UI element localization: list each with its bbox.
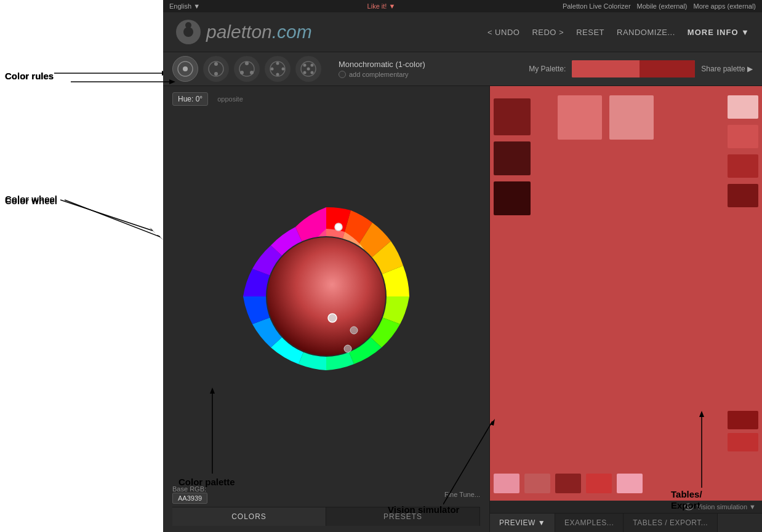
palette-segment-1 xyxy=(572,60,640,77)
toolbar: Monochromatic (1-color) add complementar… xyxy=(163,52,762,86)
header-nav: < UNDO REDO > RESET RANDOMIZE... MORE IN… xyxy=(487,28,750,37)
vision-sim-bar: Vision simulation ▼ xyxy=(490,501,762,513)
swatch-right-4[interactable] xyxy=(728,184,758,207)
language-selector[interactable]: English ▼ xyxy=(169,2,200,10)
top-bar-left: English ▼ xyxy=(169,2,200,10)
svg-point-27 xyxy=(311,71,314,74)
reset-button[interactable]: RESET xyxy=(576,28,604,37)
more-apps-link[interactable]: More apps (external) xyxy=(694,2,756,10)
color-wheel-svg[interactable] xyxy=(225,195,428,398)
color-mode-sub: add complementary xyxy=(339,71,524,78)
color-mode-info: Monochromatic (1-color) add complementar… xyxy=(339,60,524,78)
wheel-dot-main[interactable] xyxy=(328,314,337,322)
svg-point-25 xyxy=(311,64,314,67)
color-palette-text: Color palette xyxy=(178,477,235,487)
wheel-dot-2[interactable] xyxy=(350,327,358,334)
wheel-center[interactable] xyxy=(267,237,385,355)
hue-box[interactable]: Hue: 0° xyxy=(172,92,208,106)
color-rules-arrow-line xyxy=(71,77,178,89)
svg-point-15 xyxy=(245,62,249,65)
swatch-right-3[interactable] xyxy=(728,154,758,178)
color-rule-triad[interactable] xyxy=(234,56,260,82)
add-complementary-label: add complementary xyxy=(349,71,409,78)
randomize-button[interactable]: RANDOMIZE... xyxy=(617,28,675,37)
svg-point-24 xyxy=(303,64,307,67)
svg-point-16 xyxy=(250,71,254,74)
wheel-hue-dot[interactable] xyxy=(335,223,342,231)
more-info-button[interactable]: MORE INFO ▼ xyxy=(688,28,750,37)
svg-marker-41 xyxy=(699,411,704,417)
wheel-dot-1[interactable] xyxy=(344,345,351,352)
swatch-bot-5[interactable] xyxy=(617,474,643,493)
swatch-left-1[interactable] xyxy=(494,98,531,135)
top-bar: English ▼ Like it! ▼ Paletton Live Color… xyxy=(163,0,762,12)
swatch-bot-4[interactable] xyxy=(586,474,612,493)
swatch-bot-3[interactable] xyxy=(555,474,581,493)
preview-area xyxy=(490,86,762,501)
swatch-right-2[interactable] xyxy=(728,125,758,148)
svg-point-21 xyxy=(276,73,279,76)
redo-button[interactable]: REDO > xyxy=(532,28,564,37)
svg-point-13 xyxy=(214,72,218,76)
free-icon xyxy=(300,60,317,77)
tab-tables-export[interactable]: TABLES / EXPORT... xyxy=(624,514,718,532)
logo-text: paletton.com xyxy=(206,22,312,42)
vision-sim-arrow-line xyxy=(443,418,505,507)
color-rule-free[interactable] xyxy=(295,56,321,82)
svg-point-20 xyxy=(282,68,285,71)
tab-examples[interactable]: EXAMPLES... xyxy=(555,514,624,532)
top-bar-center: Like it! ▼ xyxy=(367,2,396,10)
swatch-br-2[interactable] xyxy=(728,433,758,451)
tab-colors[interactable]: COLORS xyxy=(172,507,326,526)
svg-marker-39 xyxy=(490,419,495,426)
hue-control: Hue: 0° opposite xyxy=(172,92,480,106)
color-wheel-container xyxy=(172,111,480,482)
add-complementary-radio[interactable] xyxy=(339,71,346,78)
svg-marker-37 xyxy=(210,387,215,394)
my-palette-label: My Palette: xyxy=(529,65,566,73)
svg-point-7 xyxy=(183,27,193,37)
palette-segment-2 xyxy=(640,60,695,77)
swatch-br-1[interactable] xyxy=(728,411,758,429)
swatch-col-left xyxy=(494,98,531,215)
swatch-top-2[interactable] xyxy=(609,95,654,140)
swatch-left-2[interactable] xyxy=(494,141,531,175)
live-colorizer-link[interactable]: Paletton Live Colorizer xyxy=(563,2,631,10)
opposite-label: opposite xyxy=(217,95,243,103)
undo-button[interactable]: < UNDO xyxy=(487,28,519,37)
tables-export-text: Tables/Export xyxy=(671,489,702,511)
color-mode-title: Monochromatic (1-color) xyxy=(339,60,524,69)
color-wheel[interactable] xyxy=(225,195,428,398)
logo-icon xyxy=(175,19,201,45)
swatch-bot-2[interactable] xyxy=(524,474,550,493)
tetrad-icon xyxy=(269,60,286,77)
color-rule-tetrad[interactable] xyxy=(265,56,291,82)
swatch-col-right xyxy=(728,95,758,207)
tab-preview[interactable]: PREVIEW ▼ xyxy=(490,514,555,532)
svg-point-17 xyxy=(240,71,244,74)
svg-point-8 xyxy=(185,22,191,28)
palette-swatch-bar xyxy=(572,60,695,77)
swatch-top-center xyxy=(558,95,654,140)
base-rgb-value[interactable]: AA3939 xyxy=(172,493,207,504)
top-bar-right: Paletton Live Colorizer Mobile (external… xyxy=(563,2,756,10)
svg-point-19 xyxy=(276,62,279,65)
color-wheel-text: Color wheel xyxy=(5,196,57,206)
share-palette-button[interactable]: Share palette ▶ xyxy=(701,65,753,73)
header: paletton.com < UNDO REDO > RESET RANDOMI… xyxy=(163,12,762,52)
like-it-btn[interactable]: Like it! ▼ xyxy=(367,2,396,10)
color-rules-text: Color rules xyxy=(5,71,54,81)
svg-point-28 xyxy=(307,68,310,71)
color-wheel-arrow-line xyxy=(65,197,188,243)
svg-line-34 xyxy=(65,200,160,237)
base-rgb-left: Base RGB: AA3939 xyxy=(172,485,207,504)
swatch-left-3[interactable] xyxy=(494,181,531,215)
vision-simulation-button[interactable]: Vision simulation ▼ xyxy=(697,503,756,510)
mobile-link[interactable]: Mobile (external) xyxy=(637,2,688,10)
tables-export-arrow-line xyxy=(686,411,717,491)
swatch-right-1[interactable] xyxy=(728,95,758,119)
svg-marker-33 xyxy=(169,79,175,84)
swatch-top-1[interactable] xyxy=(558,95,602,140)
color-rule-adjacent[interactable] xyxy=(203,56,229,82)
my-palette-section: My Palette: Share palette ▶ xyxy=(529,60,753,77)
